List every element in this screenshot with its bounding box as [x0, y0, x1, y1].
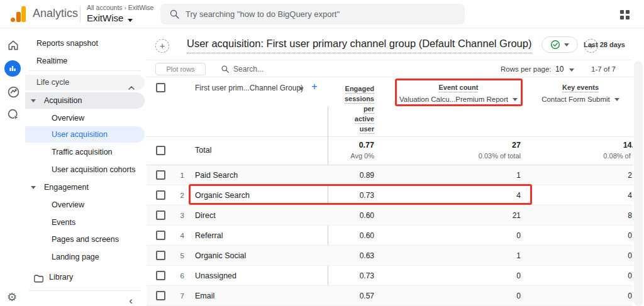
totals-label: Total [195, 146, 211, 155]
row-checkbox[interactable] [156, 271, 165, 280]
global-search-input[interactable] [186, 4, 456, 25]
total-key-events-value: 14.0 [549, 141, 633, 150]
row-checkbox[interactable] [156, 190, 165, 200]
rows-per-page-label: Rows per page: [501, 65, 552, 73]
engaged-value: 0.63 [311, 246, 374, 266]
reports-nav-drawer: Reports snapshot Realtime Life cycle Acq… [25, 28, 147, 306]
nav-divider [29, 70, 141, 71]
row-checkbox[interactable] [156, 291, 165, 300]
table-row-direct[interactable]: 3 Direct 0.60 21 8.0 [147, 205, 633, 226]
left-icon-rail: ⚙ [0, 28, 25, 306]
table-row-paid-search[interactable]: 1 Paid Search 0.89 1 2.0 [147, 165, 633, 185]
nav-group-acquisition[interactable]: Acquisition [25, 92, 145, 109]
nav-library[interactable]: Library [25, 269, 145, 285]
nav-acquisition-overview[interactable]: Overview [25, 111, 145, 126]
global-search-bar[interactable] [160, 4, 465, 25]
nav-user-acquisition-selected[interactable]: User acquisition [25, 126, 145, 143]
table-search-input[interactable] [233, 60, 359, 77]
grid-square [626, 10, 630, 14]
nav-engagement-overview[interactable]: Overview [25, 197, 145, 212]
nav-reports-snapshot[interactable]: Reports snapshot [25, 36, 145, 51]
collapse-drawer-icon[interactable]: ‹ [129, 295, 133, 306]
nav-section-life-cycle[interactable]: Life cycle [25, 75, 145, 90]
row-checkbox[interactable] [156, 210, 165, 220]
breadcrumb-property: ExitWise [128, 4, 154, 11]
explore-icon[interactable] [6, 108, 20, 122]
row-number: 1 [169, 165, 184, 185]
engaged-value: 0.73 [311, 185, 374, 205]
table-row-unassigned[interactable]: 6 Unassigned 0.73 0 0.0 [147, 266, 633, 286]
row-checkbox[interactable] [156, 231, 165, 240]
total-key-events-sub: 0.08% of to [549, 152, 633, 160]
table-row-email[interactable]: 7 Email 0.57 0 0.0 [147, 286, 633, 306]
column-title: Key events [562, 84, 599, 92]
date-range-selector[interactable]: Last 28 days [584, 41, 625, 48]
caret-down-icon [564, 43, 569, 46]
home-icon[interactable] [6, 39, 20, 53]
caret-down-icon[interactable] [513, 98, 518, 101]
reports-icon-active[interactable] [4, 60, 21, 77]
table-row-organic-social[interactable]: 5 Organic Social 0.63 1 0.0 [147, 246, 633, 266]
grid-square [620, 10, 624, 14]
row-number: 5 [169, 246, 184, 266]
account-selector[interactable]: ExitWise [87, 13, 123, 23]
row-checkbox[interactable] [156, 170, 165, 180]
rows-per-page-value[interactable]: 10 [555, 65, 564, 74]
account-caret-down-icon[interactable] [128, 19, 133, 22]
folder-icon [34, 272, 43, 288]
key-events-column-header[interactable]: Key events Contact Form Submit [521, 84, 633, 103]
totals-row: Total 0.77 Avg 0% 27 0.03% of total 14.0… [147, 137, 633, 165]
plot-rows-button[interactable]: Plot rows [155, 63, 206, 75]
events-value: 4 [433, 185, 521, 205]
apps-grid-icon[interactable] [620, 10, 630, 19]
nav-pages-and-screens[interactable]: Pages and screens [25, 232, 145, 247]
nav-user-acquisition-cohorts[interactable]: User acquisition cohorts [25, 162, 145, 177]
row-number: 7 [169, 286, 184, 306]
events-value: 0 [433, 226, 521, 246]
check-circle-icon [550, 40, 560, 50]
product-name: Analytics [33, 7, 78, 20]
row-checkbox[interactable] [156, 251, 165, 260]
nav-events[interactable]: Events [25, 215, 145, 230]
nav-group-engagement[interactable]: Engagement [25, 180, 145, 195]
table-body: 1 Paid Search 0.89 1 2.0 2 Organic Searc… [147, 165, 633, 306]
engaged-value: 0.89 [311, 165, 374, 185]
rows-per-page-caret-icon[interactable] [569, 68, 574, 72]
dimension-column-header[interactable]: First user prim...Channel Group) [195, 84, 303, 92]
column-title: Event count [439, 84, 479, 92]
nav-landing-page[interactable]: Landing page [25, 249, 145, 265]
nav-traffic-acquisition[interactable]: Traffic acquisition [25, 145, 145, 160]
event-count-column-header[interactable]: Event count Valuation Calcu...Premium Re… [397, 84, 520, 103]
engaged-sessions-column-header[interactable]: Engaged sessions per active user [299, 84, 374, 134]
events-value: 0 [433, 286, 521, 306]
report-title[interactable]: User acquisition: First user primary cha… [187, 38, 531, 53]
header-line: active [355, 115, 374, 124]
total-engaged-value: 0.77 [311, 141, 374, 150]
section-label: Life cycle [36, 78, 69, 87]
analytics-logo-icon[interactable] [10, 6, 28, 22]
channel-name: Referral [195, 226, 223, 246]
advertising-icon[interactable] [6, 85, 20, 99]
events-value: 1 [433, 165, 521, 185]
row-number: 2 [169, 185, 184, 205]
grid-square [620, 16, 624, 19]
select-all-checkbox[interactable] [156, 83, 165, 92]
caret-down-icon[interactable] [614, 98, 619, 101]
caret-down-icon [31, 99, 36, 102]
settings-gear-icon[interactable]: ⚙ [7, 291, 17, 303]
totals-checkbox[interactable] [156, 146, 165, 155]
data-quality-badge[interactable] [541, 36, 578, 53]
table-row-organic-search[interactable]: 2 Organic Search 0.73 4 4.0 [147, 185, 633, 205]
grid-square [626, 16, 630, 19]
key-events-value: 2.0 [549, 165, 633, 185]
add-comparison-button[interactable]: + [155, 39, 169, 53]
vertical-scrollbar[interactable] [634, 61, 643, 306]
pagination-range: 1-7 of 7 [591, 65, 616, 73]
nav-divider [29, 290, 141, 291]
header-line: user [360, 125, 374, 134]
table-row-referral[interactable]: 4 Referral 0.60 0 0.0 [147, 226, 633, 246]
nav-realtime[interactable]: Realtime [25, 53, 145, 68]
ga4-app-window: Analytics All accounts›ExitWise ExitWise [0, 0, 644, 306]
header-line: Engaged [345, 85, 374, 94]
breadcrumb: All accounts›ExitWise [87, 4, 153, 11]
